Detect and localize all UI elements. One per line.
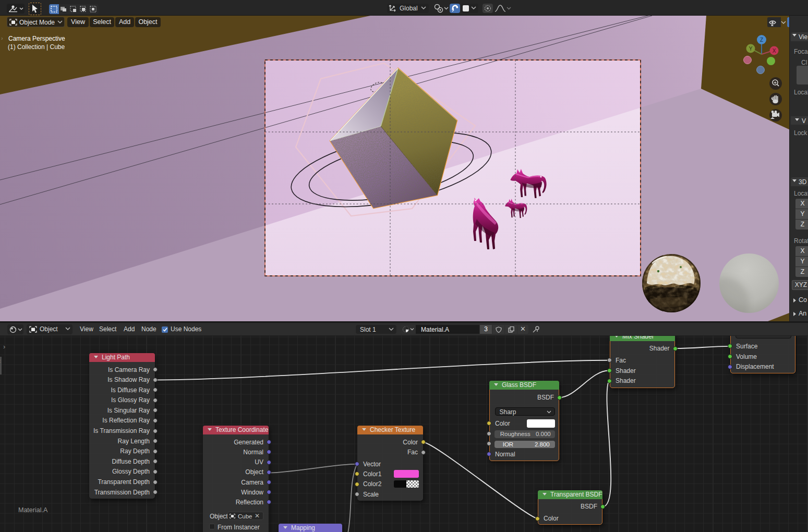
svg-text:Camera Perspective: Camera Perspective bbox=[8, 35, 65, 42]
svg-text:›: › bbox=[1, 35, 3, 41]
svg-text:X: X bbox=[773, 48, 776, 54]
svg-text:Y: Y bbox=[749, 46, 753, 52]
svg-text:(1) Collection | Cube: (1) Collection | Cube bbox=[8, 43, 65, 51]
svg-text:Z: Z bbox=[760, 37, 763, 43]
